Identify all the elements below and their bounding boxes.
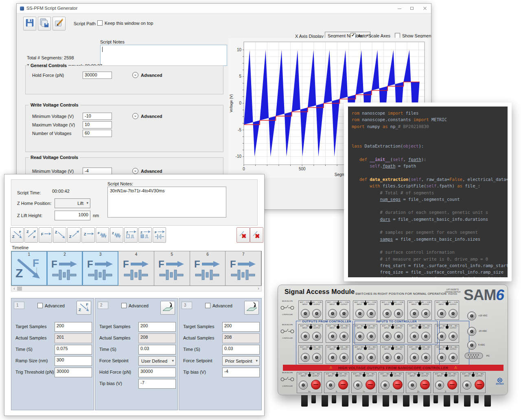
z-home-select[interactable]: Lift ▾ xyxy=(55,198,90,208)
toolbar-z-ramp-up-button[interactable]: Z xyxy=(67,227,81,243)
hv-output[interactable] xyxy=(366,380,375,390)
bnc-output[interactable] xyxy=(421,332,430,341)
bnc-input[interactable] xyxy=(328,353,337,362)
bnc-input[interactable] xyxy=(410,353,419,362)
toolbar-f-hold-button[interactable]: F xyxy=(39,227,52,243)
bnc-input[interactable] xyxy=(301,332,310,341)
bnc-output[interactable] xyxy=(339,332,348,341)
save-all-button[interactable] xyxy=(38,17,51,30)
bnc-output[interactable] xyxy=(394,353,403,362)
bnc-input[interactable] xyxy=(381,381,390,390)
toggle-switch[interactable] xyxy=(417,374,420,376)
bnc-output[interactable] xyxy=(421,353,430,362)
toolbar-z-ramp-down-button[interactable]: Z xyxy=(53,227,66,243)
field-input-time-s[interactable]: 0.03 xyxy=(138,345,176,355)
field-input-target-samples[interactable]: 200 xyxy=(55,322,92,332)
bnc-input[interactable] xyxy=(410,332,419,341)
field-select-force-setpoint[interactable]: User Defined▾ xyxy=(138,356,176,366)
toggle-switch[interactable] xyxy=(363,374,366,376)
advanced-expander[interactable]: ⌄Advanced xyxy=(132,113,162,119)
toolbar-z-custom-wave-button[interactable]: Z xyxy=(138,227,152,243)
bnc-output[interactable] xyxy=(339,309,348,318)
field-input-ramp-size-nm[interactable]: 300 xyxy=(55,356,92,366)
field-input[interactable]: 30000 xyxy=(83,72,112,79)
toolbar-f-sine-button[interactable]: F xyxy=(96,227,109,243)
hv-output[interactable] xyxy=(420,380,430,390)
timeline-segment-6[interactable]: 6F xyxy=(190,251,226,285)
field-input-target-samples[interactable]: 200 xyxy=(222,322,260,332)
bnc-output[interactable] xyxy=(367,309,376,318)
toggle-switch[interactable] xyxy=(364,326,367,329)
toggle-switch[interactable] xyxy=(418,326,421,329)
bnc-output[interactable] xyxy=(421,309,430,318)
timeline-segment-5[interactable]: 5F xyxy=(154,251,190,285)
sspfm-titlebar[interactable]: SS-PFM Script Generator xyxy=(17,4,431,13)
toggle-switch[interactable] xyxy=(446,302,449,305)
panel-advanced-checkbox[interactable]: Advanced xyxy=(205,303,232,308)
hv-output[interactable] xyxy=(475,380,484,390)
maximize-button[interactable] xyxy=(406,4,418,13)
toggle-switch[interactable] xyxy=(337,347,339,350)
hv-output[interactable] xyxy=(393,380,403,390)
toggle-switch[interactable] xyxy=(444,374,447,376)
bnc-input[interactable] xyxy=(383,332,392,341)
timeline-segment-4[interactable]: 4F xyxy=(118,251,154,285)
bnc-output[interactable] xyxy=(394,309,403,318)
field-input-trig-threshold-pn[interactable]: 30000 xyxy=(55,368,92,377)
toggle-switch[interactable] xyxy=(309,326,312,329)
panel-type-button[interactable]: ZF xyxy=(77,301,91,315)
bnc-input[interactable] xyxy=(355,309,364,318)
save-script-button[interactable] xyxy=(23,17,36,30)
segment-notes-textarea[interactable]: 30nN1w-7to71r-4to4V30ms xyxy=(107,187,226,218)
bnc-output[interactable] xyxy=(449,353,458,362)
field-input-time-s[interactable]: 0.075 xyxy=(55,345,92,355)
panel-type-button[interactable] xyxy=(244,301,259,315)
script-notes-textarea[interactable] xyxy=(100,45,227,66)
bnc-output[interactable] xyxy=(449,332,458,341)
toggle-switch[interactable] xyxy=(309,347,312,350)
scroll-right-icon[interactable]: › xyxy=(256,286,261,291)
toolbar-zf-ramp-down-button[interactable]: ZF xyxy=(10,227,24,243)
bnc-input[interactable] xyxy=(301,309,310,318)
field-input[interactable]: 10 xyxy=(83,121,112,128)
bnc-output[interactable] xyxy=(367,332,376,341)
toggle-switch[interactable] xyxy=(364,302,367,305)
bnc-input[interactable] xyxy=(355,353,364,362)
toolbar-z-sine-button[interactable]: Z xyxy=(110,227,123,243)
toggle-switch[interactable] xyxy=(418,347,421,350)
close-button[interactable] xyxy=(419,4,431,13)
field-input-target-samples[interactable]: 200 xyxy=(138,322,176,332)
toggle-switch[interactable] xyxy=(472,374,475,376)
keep-on-top-checkbox[interactable]: Keep this window on top xyxy=(97,20,153,26)
timeline-segment-1[interactable]: 1ZF xyxy=(11,251,47,285)
bnc-output[interactable] xyxy=(312,332,321,341)
bnc-output[interactable] xyxy=(312,309,321,318)
scroll-left-icon[interactable]: ‹ xyxy=(11,286,17,291)
toggle-switch[interactable] xyxy=(337,302,339,305)
toggle-switch[interactable] xyxy=(391,302,394,305)
timeline-segment-7[interactable]: 7F xyxy=(225,251,261,285)
bnc-input[interactable] xyxy=(299,381,308,390)
code-editor[interactable]: rom nanoscope import filesrom nanoscope.… xyxy=(348,107,508,277)
toggle-switch[interactable] xyxy=(308,374,311,376)
timeline-scrollbar[interactable]: ‹ › xyxy=(11,286,262,292)
bnc-input[interactable] xyxy=(353,381,362,390)
toggle-switch[interactable] xyxy=(390,374,393,376)
bnc-input[interactable] xyxy=(355,332,364,341)
field-input[interactable]: 60 xyxy=(83,130,112,137)
advanced-expander[interactable]: ⌄Advanced xyxy=(132,72,162,78)
field-input[interactable]: -10 xyxy=(83,113,112,120)
bnc-input[interactable] xyxy=(326,381,335,390)
bnc-input[interactable] xyxy=(328,332,337,341)
scrollbar-thumb[interactable] xyxy=(17,287,22,291)
bnc-input[interactable] xyxy=(301,353,310,362)
toggle-switch[interactable] xyxy=(418,302,421,305)
minimize-button[interactable] xyxy=(394,4,406,13)
panel-type-button[interactable] xyxy=(160,301,175,315)
toggle-switch[interactable] xyxy=(446,347,449,350)
field-input-tip-bias-v[interactable]: -7 xyxy=(138,379,176,389)
bnc-input[interactable] xyxy=(383,309,392,318)
hv-output[interactable] xyxy=(447,380,457,390)
timeline-segment-2[interactable]: 2F xyxy=(47,251,83,285)
bnc-output[interactable] xyxy=(367,353,376,362)
